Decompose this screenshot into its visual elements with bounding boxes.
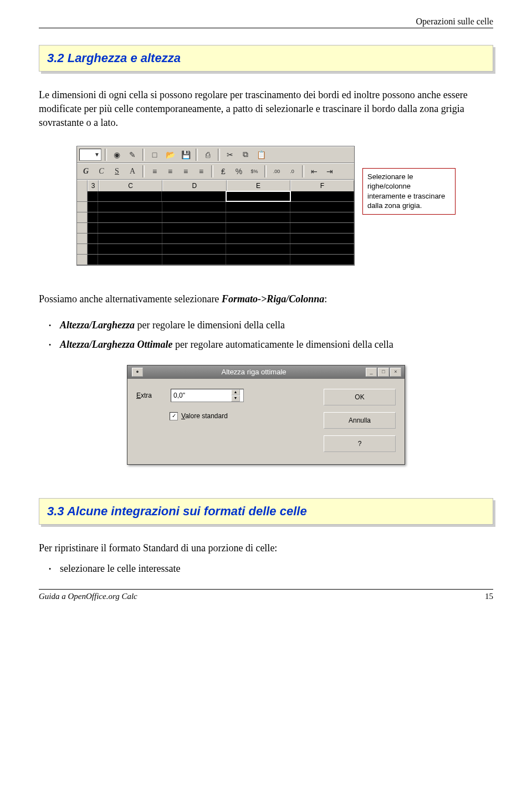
cancel-button[interactable]: Annulla — [324, 412, 396, 429]
number-icon: $% — [248, 165, 261, 178]
callout-box: Selezionare le righe/colonne interamente… — [362, 168, 456, 215]
toolbar-separator — [142, 165, 145, 177]
bullet-list: Altezza/Larghezza per regolare le dimens… — [49, 318, 493, 352]
dialog-title-text: Altezza riga ottimale — [143, 368, 365, 376]
decimal-add-icon: .00 — [270, 165, 283, 178]
extra-input[interactable] — [171, 389, 231, 402]
toolbar-separator — [196, 149, 198, 161]
paste-icon: 📋 — [254, 148, 268, 161]
toolbar-separator — [218, 149, 220, 161]
toolbar-row-2: G C S A ≡ ≡ ≡ ≡ ₤ % $% .00 .0 ⇤ ⇥ — [77, 163, 354, 180]
cut-icon: ✂ — [223, 148, 237, 161]
section-3-2-heading: 3.2 Larghezza e altezza — [39, 45, 493, 72]
list-item: selezionare le celle interessate — [49, 562, 493, 576]
edit-icon: ✎ — [126, 148, 139, 161]
col-header-e: E — [227, 180, 290, 191]
indent-decrease-icon: ⇤ — [308, 165, 321, 178]
checkbox-valore-standard[interactable]: ✓ Valore standard — [170, 412, 228, 420]
ok-button[interactable]: OK — [324, 389, 396, 405]
help-button[interactable]: ? — [324, 435, 396, 452]
dialog-figure: ● Altezza riga ottimale _ □ × Extra ▲ ▼ — [39, 365, 493, 465]
new-icon: □ — [148, 148, 161, 161]
checkbox-label: Valore standard — [181, 412, 228, 420]
item2-bold: Altezza/Larghezza Ottimale — [60, 339, 173, 350]
toolbar-separator — [142, 149, 145, 161]
dropdown-icon: ▼ — [79, 149, 101, 161]
paragraph-formato: Possiamo anche alternativamente selezion… — [39, 293, 493, 305]
extra-label: Extra — [136, 392, 164, 399]
footer-left: Guida a OpenOffice.org Calc — [39, 592, 137, 601]
toolbar-separator — [211, 165, 213, 177]
maximize-icon[interactable]: □ — [378, 368, 389, 377]
col-header-f: F — [290, 180, 354, 191]
align-center-icon: ≡ — [163, 165, 177, 178]
column-headers: 3 C D E F — [77, 180, 354, 191]
italic-icon: C — [95, 165, 108, 178]
section-3-2-title: 3.2 Larghezza e altezza — [47, 51, 181, 65]
open-icon: 📂 — [163, 148, 177, 161]
toolbar-separator — [302, 165, 304, 177]
toolbar-separator — [264, 165, 267, 177]
figure-toolbar-spreadsheet: ▼ ◉ ✎ □ 📂 💾 ⎙ ✂ ⧉ 📋 G C S A — [39, 146, 493, 266]
currency-icon: ₤ — [217, 165, 230, 178]
copy-icon: ⧉ — [239, 148, 252, 161]
close-icon[interactable]: × — [390, 368, 401, 377]
spin-up-icon[interactable]: ▲ — [231, 389, 240, 395]
bold-icon: G — [79, 165, 93, 178]
underline-icon: S — [110, 165, 124, 178]
toolbar-separator — [105, 149, 107, 161]
page-header: Operazioni sulle celle — [39, 17, 493, 28]
font-color-icon: A — [126, 165, 139, 178]
list-item: Altezza/Larghezza per regolare le dimens… — [49, 318, 493, 332]
justify-icon: ≡ — [195, 165, 208, 178]
col-header-c: C — [99, 180, 162, 191]
print-icon: ⎙ — [201, 148, 214, 161]
item1-bold: Altezza/Larghezza — [60, 319, 135, 331]
list-item: Altezza/Larghezza Ottimale per regolare … — [49, 338, 493, 352]
globe-icon: ◉ — [110, 148, 124, 161]
item2-rest: per regolare automaticamente le dimensio… — [173, 339, 393, 350]
indent-increase-icon: ⇥ — [323, 165, 336, 178]
align-left-icon: ≡ — [148, 165, 161, 178]
item1-rest: per regolare le dimensioni della cella — [135, 319, 285, 331]
section-3-3-heading: 3.3 Alcune integrazioni sui formati dell… — [39, 498, 493, 525]
decimal-remove-icon: .0 — [285, 165, 299, 178]
sysmenu-icon[interactable]: ● — [132, 368, 143, 377]
section-3-3-title: 3.3 Alcune integrazioni sui formati dell… — [47, 504, 307, 518]
footer-page-number: 15 — [485, 592, 493, 601]
align-right-icon: ≡ — [179, 165, 192, 178]
col-header: 3 — [88, 180, 99, 191]
save-icon: 💾 — [179, 148, 192, 161]
dialog-body: Extra ▲ ▼ ✓ Valore standard — [127, 379, 405, 464]
corner-cell — [77, 180, 88, 191]
spreadsheet-body — [77, 191, 354, 265]
spin-down-icon[interactable]: ▼ — [231, 395, 240, 402]
percent-icon: % — [232, 165, 245, 178]
minimize-icon[interactable]: _ — [366, 368, 377, 377]
para2-menu: Formato->Riga/Colonna — [222, 293, 324, 304]
page-footer: Guida a OpenOffice.org Calc 15 — [39, 589, 493, 601]
section-3-3-paragraph: Per ripristinare il formato Standard di … — [39, 541, 493, 555]
toolbar-row-1: ▼ ◉ ✎ □ 📂 💾 ⎙ ✂ ⧉ 📋 — [77, 146, 354, 163]
section-3-2-paragraph: Le dimensioni di ogni cella si possono r… — [39, 88, 493, 130]
spreadsheet-screenshot: ▼ ◉ ✎ □ 📂 💾 ⎙ ✂ ⧉ 📋 G C S A — [76, 146, 355, 266]
extra-spinner[interactable]: ▲ ▼ — [171, 389, 244, 402]
dialog-altezza-riga: ● Altezza riga ottimale _ □ × Extra ▲ ▼ — [127, 365, 405, 465]
bullet-list-2: selezionare le celle interessate — [49, 562, 493, 576]
checkbox-box[interactable]: ✓ — [170, 412, 178, 420]
dialog-titlebar: ● Altezza riga ottimale _ □ × — [127, 365, 405, 379]
para2-prefix: Possiamo anche alternativamente selezion… — [39, 293, 222, 304]
para2-suffix: : — [324, 293, 327, 304]
col-header-d: D — [162, 180, 226, 191]
